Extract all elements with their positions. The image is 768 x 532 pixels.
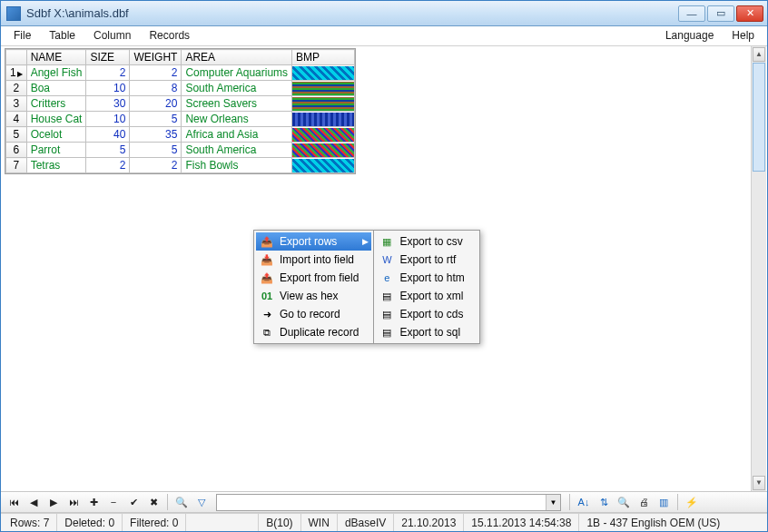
cell-name[interactable]: Critters: [26, 96, 86, 112]
cell-area[interactable]: South America: [182, 143, 292, 158]
cell-size[interactable]: 10: [86, 112, 130, 127]
cell-weight[interactable]: 20: [130, 96, 182, 112]
nav-add-button[interactable]: ✚: [84, 493, 103, 511]
nav-delete-button[interactable]: −: [104, 493, 123, 511]
scroll-up-icon[interactable]: ▲: [753, 47, 765, 62]
col-header-weight[interactable]: WEIGHT: [130, 50, 182, 65]
cell-bmp[interactable]: [292, 81, 355, 96]
menu-column[interactable]: Column: [84, 26, 140, 45]
data-grid[interactable]: NAME SIZE WEIGHT AREA BMP 1 Angel Fish 2…: [5, 48, 356, 174]
nav-prev-button[interactable]: ◀: [25, 493, 43, 511]
cell-name[interactable]: Ocelot: [26, 127, 86, 143]
filter-button[interactable]: ▽: [192, 493, 211, 511]
cell-size[interactable]: 10: [86, 81, 130, 96]
ctx-export-cds[interactable]: ▤ Export to cds: [376, 305, 477, 323]
ctx-export-from-field[interactable]: 📤 Export from field: [256, 269, 371, 287]
cell-size[interactable]: 2: [86, 158, 130, 173]
cell-bmp[interactable]: [292, 143, 355, 158]
ctx-export-csv[interactable]: ▦ Export to csv: [376, 232, 477, 251]
row-number[interactable]: 3: [6, 96, 27, 112]
nav-post-button[interactable]: ✔: [124, 493, 143, 511]
ctx-go-to-record[interactable]: ➜ Go to record: [256, 305, 371, 323]
menu-table[interactable]: Table: [40, 26, 84, 45]
table-row[interactable]: 4 House Cat 10 5 New Orleans: [6, 112, 355, 127]
ctx-export-htm[interactable]: e Export to htm: [376, 269, 477, 287]
table-row[interactable]: 2 Boa 10 8 South America: [6, 81, 355, 96]
cell-area[interactable]: Africa and Asia: [182, 127, 292, 143]
menu-records[interactable]: Records: [140, 26, 199, 45]
vertical-scrollbar[interactable]: ▲ ▼: [751, 46, 766, 491]
find-button[interactable]: 🔍: [172, 493, 191, 511]
row-number[interactable]: 2: [6, 81, 27, 96]
row-number[interactable]: 5: [6, 127, 27, 143]
cell-bmp[interactable]: [292, 127, 355, 143]
cell-weight[interactable]: 2: [130, 65, 182, 81]
menu-file[interactable]: File: [5, 26, 40, 45]
ctx-import-into-field[interactable]: 📥 Import into field: [256, 251, 371, 269]
table-row[interactable]: 1 Angel Fish 2 2 Computer Aquariums: [6, 65, 355, 81]
close-button[interactable]: ✕: [736, 5, 763, 22]
cell-area[interactable]: Fish Bowls: [182, 158, 292, 173]
cell-size[interactable]: 5: [86, 143, 130, 158]
menu-language[interactable]: Language: [656, 26, 723, 45]
toolbar-separator: [677, 494, 678, 510]
row-number[interactable]: 4: [6, 112, 27, 127]
minimize-button[interactable]: —: [678, 5, 705, 22]
row-number[interactable]: 7: [6, 158, 27, 173]
ctx-export-sql[interactable]: ▤ Export to sql: [376, 323, 477, 341]
menu-help[interactable]: Help: [723, 26, 763, 45]
sort-desc-button[interactable]: ⇅: [595, 493, 613, 511]
dropdown-arrow-icon[interactable]: ▼: [546, 495, 560, 510]
cell-bmp[interactable]: [292, 65, 355, 81]
zoom-button[interactable]: 🔍: [615, 493, 633, 511]
cell-name[interactable]: Parrot: [26, 143, 86, 158]
sort-asc-button[interactable]: A↓: [575, 493, 593, 511]
table-row[interactable]: 5 Ocelot 40 35 Africa and Asia: [6, 127, 355, 143]
filter-combo[interactable]: ▼: [216, 494, 561, 511]
cell-bmp[interactable]: [292, 96, 355, 112]
scroll-down-icon[interactable]: ▼: [753, 476, 765, 490]
col-header-bmp[interactable]: BMP: [292, 50, 355, 65]
cell-area[interactable]: Computer Aquariums: [182, 65, 292, 81]
maximize-button[interactable]: ▭: [707, 5, 734, 22]
cell-weight[interactable]: 2: [130, 158, 182, 173]
cell-name[interactable]: House Cat: [26, 112, 86, 127]
cell-bmp[interactable]: [292, 112, 355, 127]
execute-button[interactable]: ⚡: [683, 493, 701, 511]
ctx-export-rtf[interactable]: W Export to rtf: [376, 251, 477, 269]
cell-weight[interactable]: 5: [130, 112, 182, 127]
table-row[interactable]: 6 Parrot 5 5 South America: [6, 143, 355, 158]
export-button[interactable]: ▥: [655, 493, 673, 511]
print-button[interactable]: 🖨: [635, 493, 653, 511]
ctx-export-rows[interactable]: 📤 Export rows ▶: [256, 232, 371, 251]
table-row[interactable]: 3 Critters 30 20 Screen Savers: [6, 96, 355, 112]
ctx-duplicate-record[interactable]: ⧉ Duplicate record: [256, 323, 371, 341]
cell-name[interactable]: Boa: [26, 81, 86, 96]
cell-weight[interactable]: 35: [130, 127, 182, 143]
table-row[interactable]: 7 Tetras 2 2 Fish Bowls: [6, 158, 355, 173]
row-number[interactable]: 6: [6, 143, 27, 158]
cell-weight[interactable]: 8: [130, 81, 182, 96]
cell-area[interactable]: New Orleans: [182, 112, 292, 127]
cell-size[interactable]: 30: [86, 96, 130, 112]
ctx-view-as-hex[interactable]: 01 View as hex: [256, 287, 371, 305]
cell-area[interactable]: South America: [182, 81, 292, 96]
row-number[interactable]: 1: [6, 65, 27, 81]
cell-name[interactable]: Tetras: [26, 158, 86, 173]
row-header-blank[interactable]: [6, 50, 27, 65]
cell-area[interactable]: Screen Savers: [182, 96, 292, 112]
cell-size[interactable]: 2: [86, 65, 130, 81]
nav-next-button[interactable]: ▶: [44, 493, 63, 511]
col-header-size[interactable]: SIZE: [86, 50, 130, 65]
cell-size[interactable]: 40: [86, 127, 130, 143]
scroll-thumb[interactable]: [753, 63, 765, 172]
ctx-export-xml[interactable]: ▤ Export to xml: [376, 287, 477, 305]
cell-name[interactable]: Angel Fish: [26, 65, 86, 81]
col-header-name[interactable]: NAME: [26, 50, 86, 65]
nav-last-button[interactable]: ⏭: [64, 493, 83, 511]
nav-first-button[interactable]: ⏮: [5, 493, 23, 511]
nav-cancel-button[interactable]: ✖: [144, 493, 162, 511]
col-header-area[interactable]: AREA: [182, 50, 292, 65]
cell-bmp[interactable]: [292, 158, 355, 173]
cell-weight[interactable]: 5: [130, 143, 182, 158]
